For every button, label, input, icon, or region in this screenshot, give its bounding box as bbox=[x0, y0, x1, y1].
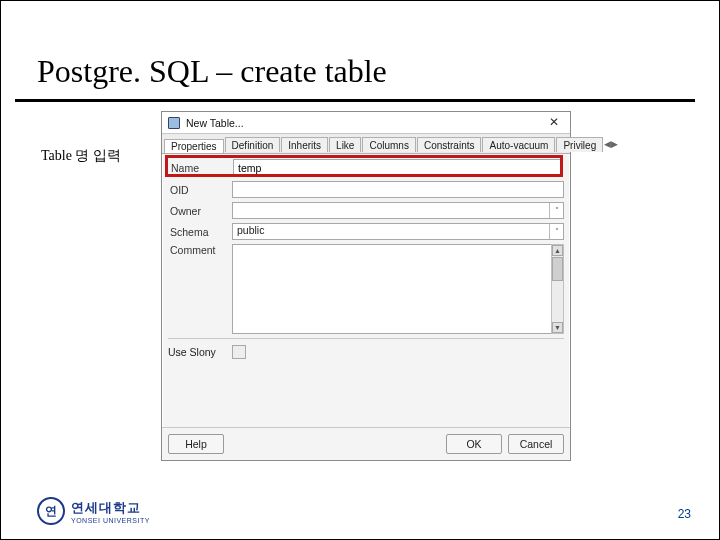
help-button[interactable]: Help bbox=[168, 434, 224, 454]
schema-label: Schema bbox=[168, 226, 232, 238]
ok-button[interactable]: OK bbox=[446, 434, 502, 454]
new-table-dialog: New Table... ✕ Properties Definition Inh… bbox=[161, 111, 571, 461]
scroll-thumb[interactable] bbox=[552, 257, 563, 281]
shield-icon: 연 bbox=[37, 497, 65, 525]
name-label: Name bbox=[169, 162, 233, 174]
tab-nav-right-icon[interactable]: ▶ bbox=[611, 139, 618, 149]
page-number: 23 bbox=[678, 507, 691, 521]
tab-privileges[interactable]: Privileg bbox=[556, 137, 603, 152]
dialog-tabs: Properties Definition Inherits Like Colu… bbox=[162, 134, 570, 154]
dialog-body: Name OID Owner ˅ Schema bbox=[162, 154, 570, 363]
scrollbar[interactable]: ▲ ▼ bbox=[551, 244, 564, 334]
dialog-footer: Help OK Cancel bbox=[162, 427, 570, 460]
use-slony-box bbox=[232, 345, 246, 359]
scroll-up-icon[interactable]: ▲ bbox=[552, 245, 563, 256]
owner-label: Owner bbox=[168, 205, 232, 217]
schema-value: public bbox=[237, 224, 264, 236]
tab-definition[interactable]: Definition bbox=[225, 137, 281, 152]
cancel-button[interactable]: Cancel bbox=[508, 434, 564, 454]
name-input[interactable] bbox=[233, 159, 563, 176]
tab-constraints[interactable]: Constraints bbox=[417, 137, 482, 152]
chevron-down-icon: ˅ bbox=[549, 224, 563, 239]
dialog-title: New Table... bbox=[186, 117, 544, 129]
oid-label: OID bbox=[168, 184, 232, 196]
logo-text-en: YONSEI UNIVERSITY bbox=[71, 517, 150, 524]
divider bbox=[168, 338, 564, 339]
tab-like[interactable]: Like bbox=[329, 137, 361, 152]
table-name-note: Table 명 입력 bbox=[41, 147, 121, 165]
university-logo: 연 연세대학교 YONSEI UNIVERSITY bbox=[37, 497, 150, 525]
oid-input[interactable] bbox=[232, 181, 564, 198]
logo-text-kr: 연세대학교 bbox=[71, 499, 150, 517]
comment-textarea[interactable]: ▲ ▼ bbox=[232, 244, 564, 334]
tab-inherits[interactable]: Inherits bbox=[281, 137, 328, 152]
tab-columns[interactable]: Columns bbox=[362, 137, 415, 152]
slide: Postgre. SQL – create table Table 명 입력 N… bbox=[0, 0, 720, 540]
owner-select[interactable]: ˅ bbox=[232, 202, 564, 219]
close-icon[interactable]: ✕ bbox=[544, 115, 564, 131]
schema-select[interactable]: public ˅ bbox=[232, 223, 564, 240]
slide-title: Postgre. SQL – create table bbox=[37, 53, 387, 90]
comment-label: Comment bbox=[168, 244, 232, 256]
tab-auto-vacuum[interactable]: Auto-vacuum bbox=[482, 137, 555, 152]
use-slony-label: Use Slony bbox=[168, 346, 232, 358]
dialog-titlebar: New Table... ✕ bbox=[162, 112, 570, 134]
tab-properties[interactable]: Properties bbox=[164, 139, 224, 153]
chevron-down-icon: ˅ bbox=[549, 203, 563, 218]
title-rule bbox=[15, 99, 695, 102]
table-icon bbox=[168, 117, 180, 129]
scroll-down-icon[interactable]: ▼ bbox=[552, 322, 563, 333]
tab-nav-left-icon[interactable]: ◀ bbox=[604, 139, 611, 149]
